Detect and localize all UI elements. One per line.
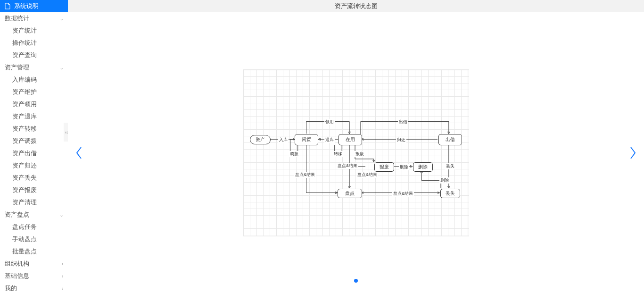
sidebar-item-base-info[interactable]: 基础信息 ‹ bbox=[0, 270, 68, 282]
node-check: 盘点 bbox=[338, 189, 362, 198]
edge-lend: 出借 bbox=[398, 119, 408, 125]
sidebar-sub-manual-check[interactable]: 手动盘点 bbox=[0, 233, 68, 245]
sidebar-sub-op-stats[interactable]: 操作统计 bbox=[0, 37, 68, 49]
sidebar-sub-batch-check[interactable]: 批量盘点 bbox=[0, 245, 68, 258]
page-title-bar: 资产流转状态图 bbox=[68, 0, 644, 12]
page-title: 资产流转状态图 bbox=[335, 2, 378, 10]
edge-delete: 删除 bbox=[399, 164, 409, 170]
document-icon bbox=[5, 3, 10, 9]
sidebar-item-label: 我的 bbox=[5, 284, 62, 293]
sidebar-item-asset-mgmt[interactable]: 资产管理 ⌵ bbox=[0, 61, 68, 74]
sidebar-item-label: 系统说明 bbox=[14, 2, 63, 10]
edge-del2: 删除 bbox=[439, 177, 450, 184]
sidebar-item-label: 组织机构 bbox=[5, 260, 62, 268]
sidebar-item-label: 数据统计 bbox=[5, 14, 60, 23]
sidebar-sub-maintain[interactable]: 资产维护 bbox=[0, 86, 68, 98]
chevron-left-icon: ‹ bbox=[62, 286, 63, 291]
flow-diagram: 资产 闲置 在用 出借 报废 删除 丢失 盘点 入库 领用 退库 出借 归还 调… bbox=[243, 69, 469, 236]
chevron-down-icon: ⌵ bbox=[60, 65, 63, 70]
sidebar-sub-asset-query[interactable]: 资产查询 bbox=[0, 49, 68, 61]
sidebar-sub-lend[interactable]: 资产出借 bbox=[0, 147, 68, 159]
edge-back: 退库 bbox=[324, 137, 335, 143]
edge-move: 转移 bbox=[333, 151, 343, 157]
edge-chk4: 盘点&结果 bbox=[392, 191, 414, 197]
sidebar-item-label: 资产管理 bbox=[5, 63, 60, 72]
node-lost: 丢失 bbox=[440, 189, 460, 198]
sidebar-sub-return[interactable]: 资产退库 bbox=[0, 110, 68, 123]
sidebar-sub-allocate[interactable]: 资产调拨 bbox=[0, 135, 68, 147]
sidebar-sub-asset-stats[interactable]: 资产统计 bbox=[0, 25, 68, 37]
node-asset: 资产 bbox=[250, 135, 271, 144]
sidebar-item-mine[interactable]: 我的 ‹ bbox=[0, 282, 68, 293]
node-idle: 闲置 bbox=[295, 134, 318, 145]
edge-scrap: 报废 bbox=[355, 151, 365, 157]
sidebar-collapse-handle[interactable]: ‹‹ bbox=[64, 123, 68, 142]
edge-transfer: 调拨 bbox=[289, 151, 299, 157]
node-scrap: 报废 bbox=[374, 162, 394, 172]
sidebar-sub-lost[interactable]: 资产丢失 bbox=[0, 172, 68, 184]
chevron-down-icon: ⌵ bbox=[60, 16, 63, 21]
sidebar-item-asset-check[interactable]: 资产盘点 ⌵ bbox=[0, 209, 68, 221]
sidebar-sub-check-task[interactable]: 盘点任务 bbox=[0, 221, 68, 233]
edge-in: 入库 bbox=[278, 137, 289, 143]
sidebar-sub-transfer[interactable]: 资产转移 bbox=[0, 123, 68, 135]
edge-chk1: 盘点&结果 bbox=[294, 172, 316, 178]
sidebar-sub-scrap[interactable]: 资产报废 bbox=[0, 184, 68, 196]
pager-dot-active[interactable] bbox=[354, 279, 358, 283]
sidebar-item-label: 资产盘点 bbox=[5, 210, 60, 219]
main-content: 资产流转状态图 bbox=[68, 0, 644, 293]
prev-slide-button[interactable] bbox=[74, 143, 85, 162]
edge-chk2: 盘点&结果 bbox=[337, 163, 358, 169]
edge-chk3: 盘点&结果 bbox=[356, 172, 378, 178]
node-delete: 删除 bbox=[413, 162, 433, 172]
sidebar-item-org[interactable]: 组织机构 ‹ bbox=[0, 258, 68, 270]
sidebar-sub-in-code[interactable]: 入库编码 bbox=[0, 74, 68, 86]
chevron-left-icon: ‹ bbox=[62, 274, 63, 279]
sidebar-sub-use[interactable]: 资产领用 bbox=[0, 98, 68, 110]
sidebar: 系统说明 数据统计 ⌵ 资产统计 操作统计 资产查询 资产管理 ⌵ 入库编码 资… bbox=[0, 0, 68, 293]
edge-lost: 丢失 bbox=[445, 163, 455, 169]
edge-use: 领用 bbox=[324, 119, 335, 125]
sidebar-sub-clean[interactable]: 资产清理 bbox=[0, 196, 68, 209]
sidebar-item-data-stats[interactable]: 数据统计 ⌵ bbox=[0, 12, 68, 25]
node-lend: 出借 bbox=[438, 134, 462, 145]
edge-return: 归还 bbox=[396, 137, 406, 143]
content-area: 资产 闲置 在用 出借 报废 删除 丢失 盘点 入库 领用 退库 出借 归还 调… bbox=[68, 12, 644, 293]
sidebar-item-system-info[interactable]: 系统说明 bbox=[0, 0, 68, 12]
sidebar-item-label: 基础信息 bbox=[5, 272, 62, 280]
chevron-left-icon: ‹ bbox=[62, 261, 63, 267]
node-inuse: 在用 bbox=[339, 134, 362, 145]
chevron-down-icon: ⌵ bbox=[60, 212, 63, 218]
sidebar-sub-giveback[interactable]: 资产归还 bbox=[0, 159, 68, 172]
next-slide-button[interactable] bbox=[627, 143, 638, 162]
